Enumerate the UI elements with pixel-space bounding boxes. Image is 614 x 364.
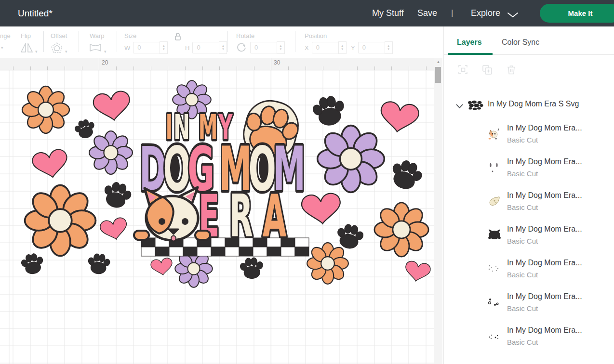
layer-title[interactable]: In My Dog Mom Era... (507, 225, 582, 234)
height-label: H (185, 44, 189, 52)
position-x-stepper[interactable]: ▲▼ (338, 41, 347, 54)
x-label: X (305, 44, 309, 52)
layer-type: Basic Cut (507, 271, 538, 279)
layer-thumbnail-details (486, 160, 503, 176)
delete-layer-icon[interactable] (506, 64, 517, 78)
layer-type: Basic Cut (507, 304, 538, 312)
toolbar-divider (117, 31, 117, 52)
group-thumbnail (467, 100, 484, 113)
layers-panel: Layers Color Sync (443, 26, 614, 364)
duplicate-layer-icon[interactable] (481, 64, 493, 78)
design-canvas[interactable]: IN MY DOG MOM ERA (0, 70, 434, 364)
arrange-caret-icon[interactable]: ▾ (0, 43, 3, 52)
toolbar-divider (227, 31, 228, 52)
position-y-input[interactable]: 0 (358, 42, 385, 53)
size-label: Size (124, 32, 136, 39)
my-stuff-link[interactable]: My Stuff (372, 0, 404, 26)
warp-icon[interactable]: ▾ (89, 42, 107, 55)
chevron-down-icon[interactable] (456, 102, 463, 111)
rotate-label: Rotate (236, 32, 254, 39)
height-input[interactable]: 0 (192, 42, 219, 53)
offset-label[interactable]: Offset (51, 32, 67, 39)
isolate-layer-icon[interactable] (457, 64, 469, 78)
explore-menu[interactable]: Explore (471, 0, 500, 26)
layer-row[interactable]: In My Dog Mom Era... Basic Cut (444, 154, 614, 188)
layer-row[interactable]: In My Dog Mom Era... Basic Cut (444, 120, 614, 154)
position-y-stepper[interactable]: ▲▼ (385, 41, 393, 54)
ruler-label-30: 30 (274, 59, 280, 66)
layer-title[interactable]: In My Dog Mom Era... (507, 259, 582, 267)
layer-title[interactable]: In My Dog Mom Era... (507, 191, 582, 200)
arrange-label-truncated[interactable]: nge (0, 32, 11, 39)
layer-row[interactable]: In My Dog Mom Era... Basic Cut (444, 323, 614, 356)
nav-separator: | (451, 0, 453, 26)
ruler-tick-major (99, 58, 99, 70)
layer-title[interactable]: In My Dog Mom Era... (507, 157, 582, 166)
tab-color-sync[interactable]: Color Sync (502, 38, 539, 47)
position-x-group: X 0 ▲▼ (305, 41, 347, 54)
layer-type: Basic Cut (507, 169, 538, 178)
layer-row[interactable]: In My Dog Mom Era... Basic Cut (444, 255, 614, 289)
y-label: Y (351, 44, 355, 52)
cricut-design-space: { "topbar": { "title": "Untitled*", "my_… (0, 0, 614, 364)
flip-label[interactable]: Flip (21, 32, 31, 39)
active-tab-indicator (448, 53, 493, 55)
layer-row[interactable]: In My Dog Mom Era... Basic Cut (444, 188, 614, 221)
width-stepper[interactable]: ▲▼ (160, 41, 168, 54)
toolbar-divider (43, 31, 44, 52)
width-input[interactable]: 0 (133, 42, 160, 53)
layer-thumbnail-dots (486, 328, 503, 345)
chevron-down-icon[interactable] (507, 11, 519, 20)
width-field-group: W 0 ▲▼ (124, 41, 168, 54)
layer-group-row[interactable]: In My Dog Mom Era S Svg (444, 98, 614, 114)
canvas-artwork[interactable]: IN MY DOG MOM ERA (0, 70, 434, 364)
layer-type: Basic Cut (507, 136, 538, 144)
layer-title[interactable]: In My Dog Mom Era... (507, 326, 582, 335)
rotate-icon[interactable] (235, 42, 247, 55)
edit-toolbar: nge ▾ Flip ▾ Offset ▾ Warp ▾ Size W 0 ▲▼… (0, 26, 443, 58)
rotate-field-group: 0 ▲▼ (250, 41, 285, 54)
rotate-input[interactable]: 0 (250, 42, 277, 53)
flip-icon[interactable]: ▾ (21, 42, 38, 55)
layer-thumbnail-circles (486, 295, 503, 311)
vertical-scrollbar[interactable]: ▲ (434, 58, 442, 364)
position-x-input[interactable]: 0 (312, 42, 338, 53)
toolbar-divider (79, 31, 79, 52)
layer-thumbnail-dog-silhouette (486, 227, 503, 244)
ruler-tick-major (271, 58, 271, 70)
lock-icon[interactable] (174, 32, 182, 43)
layer-thumbnail-dog-face (486, 126, 503, 143)
scrollbar-up-arrow[interactable]: ▲ (434, 60, 442, 64)
project-title: Untitled* (18, 0, 53, 26)
save-link[interactable]: Save (417, 0, 437, 26)
warp-label[interactable]: Warp (90, 32, 105, 39)
layer-title[interactable]: In My Dog Mom Era... (507, 124, 582, 132)
scrollbar-thumb[interactable] (435, 67, 441, 83)
ruler-label-20: 20 (102, 59, 108, 66)
layer-type: Basic Cut (507, 338, 538, 346)
width-label: W (124, 44, 130, 52)
rotate-stepper[interactable]: ▲▼ (277, 41, 285, 54)
top-bar: Untitled* My Stuff Save | Explore Make I… (0, 0, 614, 26)
make-it-button[interactable]: Make It (540, 4, 614, 23)
tab-layers[interactable]: Layers (457, 38, 482, 47)
layer-thumbnail-dots (486, 261, 503, 277)
toolbar-divider (295, 31, 295, 52)
layer-thumbnail-cream-shape (486, 194, 503, 210)
group-title[interactable]: In My Dog Mom Era S Svg (488, 100, 579, 108)
height-field-group: H 0 ▲▼ (185, 41, 227, 54)
layer-type: Basic Cut (507, 203, 538, 211)
layer-row[interactable]: In My Dog Mom Era... Basic Cut (444, 289, 614, 323)
position-label: Position (305, 32, 327, 39)
horizontal-ruler: 20 30 (0, 58, 434, 70)
position-y-group: Y 0 ▲▼ (351, 41, 393, 54)
layer-row[interactable]: In My Dog Mom Era... Basic Cut (444, 221, 614, 255)
layer-type: Basic Cut (507, 237, 538, 245)
layer-title[interactable]: In My Dog Mom Era... (507, 292, 582, 301)
offset-icon[interactable]: ▾ (51, 42, 67, 55)
height-stepper[interactable]: ▲▼ (219, 41, 227, 54)
